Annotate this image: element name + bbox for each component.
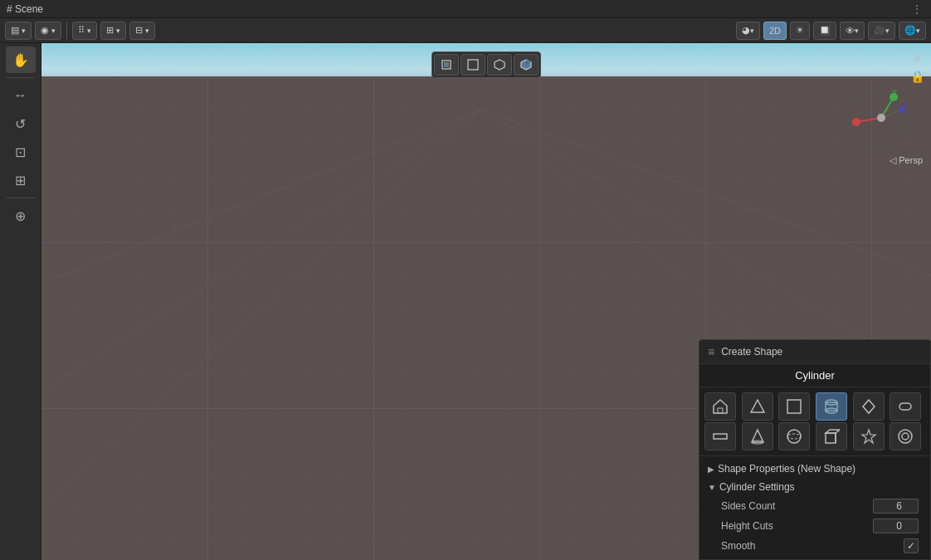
smooth-label: Smooth bbox=[721, 540, 904, 552]
camera-btn[interactable]: 🎥 ▾ bbox=[868, 22, 895, 40]
toolbar: ▤ ▾ ◉ ▾ ⠿ ▾ ⊞ ▾ ⊟ ▾ ◕ ▾ 2D ☀ 🔲 👁 ▾ bbox=[0, 18, 931, 43]
smooth-row: Smooth ✓ bbox=[704, 536, 925, 556]
triangle-icon bbox=[749, 398, 766, 415]
create-shape-panel: ≡ Create Shape Cylinder bbox=[699, 339, 931, 560]
shape-btn-triangle[interactable] bbox=[742, 392, 773, 421]
svg-marker-11 bbox=[495, 60, 504, 70]
shape-btn-cone[interactable] bbox=[742, 422, 773, 450]
gizmo-icon: ☀ bbox=[796, 25, 804, 36]
draw-mode-arrow: ▾ bbox=[22, 27, 26, 35]
svg-point-43 bbox=[899, 430, 912, 443]
sides-count-label: Sides Count bbox=[721, 500, 873, 512]
panel-title-row: Cylinder bbox=[699, 364, 930, 387]
draw-mode-icon: ▤ bbox=[11, 25, 19, 36]
shape-btn-house[interactable] bbox=[704, 392, 736, 421]
svg-marker-32 bbox=[863, 400, 875, 413]
top-bar-menu-icon[interactable]: ⋮ bbox=[911, 2, 924, 16]
cylinder-icon bbox=[823, 398, 840, 415]
sphere-icon: ◕ bbox=[742, 25, 750, 36]
draw-mode-btn[interactable]: ▤ ▾ bbox=[5, 22, 32, 40]
snap-mode-icon: 🔲 bbox=[819, 25, 831, 36]
global-btn[interactable]: 🌐 ▾ bbox=[899, 22, 926, 40]
capsule-icon bbox=[897, 398, 914, 415]
shape-btn-sphere[interactable] bbox=[778, 422, 810, 450]
overlay-btn[interactable]: ◉ ▾ bbox=[35, 22, 61, 40]
cylinder-settings-triangle: ▼ bbox=[708, 483, 716, 492]
shape-btn-square[interactable] bbox=[778, 392, 810, 421]
cylinder-settings-label: Cylinder Settings bbox=[719, 481, 795, 493]
svg-rect-10 bbox=[468, 60, 478, 70]
height-cuts-input[interactable] bbox=[873, 519, 919, 533]
transform-btn[interactable]: ⊞ ▾ bbox=[100, 22, 126, 40]
shape-btn-prism[interactable] bbox=[853, 392, 885, 421]
snap-mode-btn[interactable]: 🔲 bbox=[813, 22, 836, 40]
sidebar-btn-crosshair[interactable]: ⊕ bbox=[6, 202, 36, 229]
vp-btn-shaded[interactable] bbox=[514, 54, 539, 75]
sidebar-divider-1 bbox=[6, 77, 36, 78]
svg-rect-39 bbox=[826, 433, 836, 443]
shape-properties-label: Shape Properties (New Shape) bbox=[718, 463, 855, 475]
panel-header: ≡ Create Shape bbox=[699, 340, 930, 364]
view-toggle-btn[interactable]: 👁 ▾ bbox=[840, 22, 865, 40]
plane-icon bbox=[712, 428, 729, 445]
smooth-checkmark: ✓ bbox=[907, 540, 915, 552]
height-cuts-label: Height Cuts bbox=[721, 520, 873, 532]
nav-gizmo-svg: z Y X bbox=[848, 85, 914, 151]
overlay-icon: ◉ bbox=[41, 25, 49, 36]
smooth-checkbox[interactable]: ✓ bbox=[904, 538, 919, 553]
layout-icon: ⠿ bbox=[78, 25, 85, 36]
shape-btn-cylinder[interactable] bbox=[816, 392, 847, 421]
persp-label: ◁ Persp bbox=[890, 155, 923, 166]
shape-btn-plane[interactable] bbox=[704, 422, 736, 450]
props-section: ▶ Shape Properties (New Shape) ▼ Cylinde… bbox=[699, 456, 930, 559]
shape-btn-capsule[interactable] bbox=[890, 392, 921, 421]
shape-btn-torus[interactable] bbox=[890, 422, 921, 450]
svg-text:Y: Y bbox=[892, 88, 897, 96]
sides-count-row: Sides Count bbox=[704, 496, 925, 516]
svg-rect-28 bbox=[787, 400, 801, 413]
gizmo-btn[interactable]: ☀ bbox=[790, 22, 810, 40]
sphere-icon bbox=[786, 428, 802, 445]
camera-arrow: ▾ bbox=[885, 27, 890, 35]
sidebar-btn-rotate[interactable]: ↺ bbox=[6, 110, 36, 137]
snap-btn[interactable]: ⊟ ▾ bbox=[129, 22, 155, 40]
shaded-icon bbox=[519, 58, 533, 71]
vp-btn-rect[interactable] bbox=[461, 54, 485, 75]
nav-gizmo[interactable]: z Y X bbox=[848, 85, 914, 151]
viewport-top-right: ≡ 🔒 bbox=[910, 50, 924, 83]
panel-title: Cylinder bbox=[795, 369, 835, 382]
layout-arrow: ▾ bbox=[87, 27, 91, 35]
vp-btn-cube[interactable] bbox=[487, 54, 512, 75]
square-icon bbox=[786, 398, 802, 415]
sides-count-input[interactable] bbox=[873, 499, 919, 514]
shape-grid bbox=[699, 387, 930, 456]
shape-btn-star[interactable] bbox=[853, 422, 885, 450]
sphere-arrow: ▾ bbox=[750, 27, 754, 35]
2d-btn[interactable]: 2D bbox=[763, 22, 787, 40]
transform-icon: ⊞ bbox=[106, 25, 114, 36]
svg-point-21 bbox=[852, 118, 860, 126]
viewport-lock-icon[interactable]: 🔒 bbox=[910, 70, 924, 83]
sidebar-btn-hand[interactable]: ✋ bbox=[6, 46, 36, 73]
torus-icon bbox=[897, 428, 914, 445]
vp-btn-perspective[interactable] bbox=[434, 54, 459, 75]
star-icon bbox=[860, 428, 877, 445]
toolbar-right: ◕ ▾ 2D ☀ 🔲 👁 ▾ 🎥 ▾ 🌐 ▾ bbox=[736, 22, 926, 40]
cylinder-settings-row[interactable]: ▼ Cylinder Settings bbox=[704, 478, 925, 496]
viewport-header-buttons bbox=[431, 51, 541, 78]
sidebar-btn-move[interactable]: ↔ bbox=[6, 82, 36, 109]
sidebar-btn-rect[interactable]: ⊞ bbox=[6, 167, 36, 193]
svg-rect-9 bbox=[444, 62, 449, 67]
top-bar: # Scene ⋮ bbox=[0, 0, 931, 18]
shape-properties-row[interactable]: ▶ Shape Properties (New Shape) bbox=[704, 460, 925, 478]
global-icon: 🌐 bbox=[904, 25, 916, 36]
scene-title: # Scene bbox=[7, 3, 43, 15]
viewport-menu-btn[interactable]: ≡ bbox=[911, 50, 924, 66]
sphere-btn[interactable]: ◕ ▾ bbox=[736, 22, 760, 40]
snap-icon: ⊟ bbox=[135, 25, 143, 36]
sidebar-btn-scale[interactable]: ⊡ bbox=[6, 139, 36, 165]
global-arrow: ▾ bbox=[916, 27, 920, 35]
layout-btn[interactable]: ⠿ ▾ bbox=[72, 22, 97, 40]
shape-btn-box[interactable] bbox=[816, 422, 847, 450]
height-cuts-row: Height Cuts bbox=[704, 516, 925, 536]
